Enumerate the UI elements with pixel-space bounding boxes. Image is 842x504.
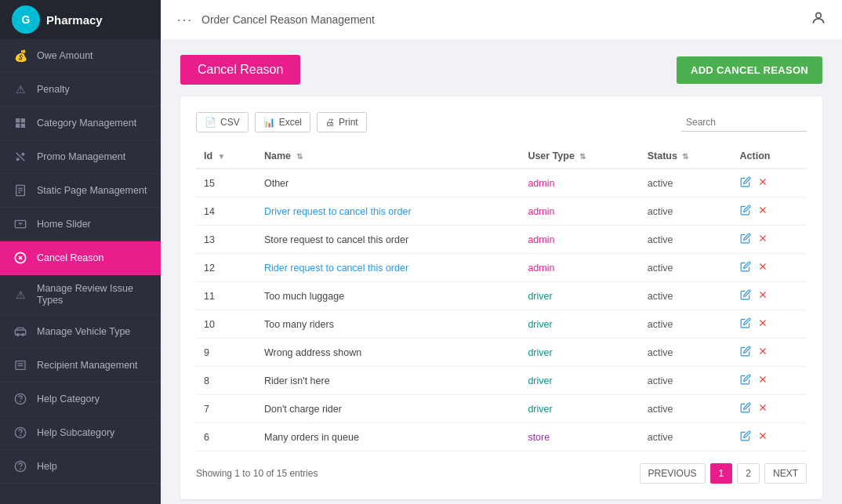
recipient-icon — [12, 357, 29, 374]
search-input[interactable] — [681, 114, 807, 132]
row-name-cell: Rider request to cancel this order — [256, 254, 520, 282]
help-icon — [12, 458, 29, 475]
row-user-type: admin — [520, 198, 639, 226]
edit-button[interactable] — [740, 317, 751, 331]
excel-icon: 📊 — [263, 117, 275, 128]
logo-icon: G — [12, 5, 40, 34]
sidebar-item-home-slider[interactable]: Home Slider — [0, 208, 161, 241]
sidebar-item-category-management[interactable]: Category Management — [0, 107, 161, 140]
topbar-menu-icon[interactable]: ⋯ — [176, 10, 192, 29]
delete-button[interactable] — [757, 205, 768, 218]
row-action-cell — [732, 423, 807, 451]
sidebar-logo: G Pharmacy — [0, 0, 161, 39]
row-name-cell: Driver request to cancel this order — [256, 198, 520, 226]
svg-point-22 — [20, 401, 21, 402]
svg-point-26 — [20, 469, 21, 470]
svg-point-5 — [21, 153, 24, 156]
delete-button[interactable] — [757, 430, 768, 444]
delete-button[interactable] — [757, 374, 768, 387]
delete-button[interactable] — [757, 233, 768, 246]
sidebar-item-help-category[interactable]: Help Category — [0, 383, 161, 416]
print-icon: 🖨 — [325, 117, 335, 128]
row-name-cell: Rider isn't here — [256, 367, 520, 395]
edit-button[interactable] — [740, 205, 751, 218]
sidebar-item-promo-management[interactable]: Promo Management — [0, 140, 161, 174]
sidebar-item-manage-review-issue-types[interactable]: ⚠ Manage Review Issue Types — [0, 275, 161, 315]
edit-button[interactable] — [740, 176, 751, 190]
row-name-link[interactable]: Rider request to cancel this order — [264, 263, 408, 274]
table-body: 15 Other admin active 14 Driver request … — [196, 169, 807, 451]
header-id[interactable]: Id ▼ — [196, 144, 256, 169]
excel-export-button[interactable]: 📊 Excel — [255, 112, 310, 132]
row-name: Too many riders — [264, 319, 334, 330]
next-page-button[interactable]: NEXT — [764, 463, 807, 484]
edit-button[interactable] — [740, 402, 751, 415]
delete-button[interactable] — [757, 346, 768, 359]
csv-export-button[interactable]: 📄 CSV — [196, 112, 249, 132]
showing-text: Showing 1 to 10 of 15 entries — [196, 468, 318, 479]
page-tab: Cancel Reason — [180, 55, 300, 85]
id-sort-icon: ▼ — [218, 152, 226, 161]
edit-button[interactable] — [740, 374, 751, 387]
sidebar-item-label: Home Slider — [37, 219, 91, 230]
table-row: 15 Other admin active — [196, 169, 807, 198]
row-status: active — [640, 339, 732, 367]
row-id: 7 — [196, 395, 256, 423]
delete-button[interactable] — [757, 317, 768, 331]
table-row: 9 Wrong address shown driver active — [196, 339, 807, 367]
row-id: 13 — [196, 226, 256, 254]
table-header: Id ▼ Name ⇅ User Type ⇅ Status ⇅ Action — [196, 144, 807, 169]
add-cancel-reason-button[interactable]: ADD CANCEL REASON — [677, 56, 822, 84]
edit-button[interactable] — [740, 430, 751, 444]
previous-page-button[interactable]: PREVIOUS — [640, 463, 706, 484]
sidebar-item-penalty[interactable]: ⚠ Penalty — [0, 73, 161, 107]
content-area: Cancel Reason ADD CANCEL REASON 📄 CSV 📊 … — [161, 39, 842, 504]
row-status: active — [640, 169, 732, 198]
sidebar-item-help-subcategory[interactable]: Help Subcategory — [0, 416, 161, 450]
delete-button[interactable] — [757, 176, 768, 190]
sidebar-item-manage-vehicle-type[interactable]: Manage Vehicle Type — [0, 315, 161, 349]
excel-label: Excel — [279, 117, 302, 128]
print-button[interactable]: 🖨 Print — [317, 112, 367, 132]
delete-button[interactable] — [757, 402, 768, 415]
edit-button[interactable] — [740, 261, 751, 274]
page-1-button[interactable]: 1 — [710, 463, 733, 484]
status-sort-icon: ⇅ — [682, 152, 688, 161]
page-2-button[interactable]: 2 — [737, 463, 760, 484]
svg-rect-1 — [21, 118, 25, 122]
sidebar-item-owe-amount[interactable]: 💰 Owe Amount — [0, 39, 161, 73]
header-name[interactable]: Name ⇅ — [256, 144, 520, 169]
logo-text: Pharmacy — [46, 13, 103, 27]
topbar-user-icon[interactable] — [811, 10, 826, 30]
page-header: Cancel Reason ADD CANCEL REASON — [180, 55, 822, 85]
row-status: active — [640, 367, 732, 395]
svg-rect-0 — [16, 118, 20, 122]
sidebar-item-help[interactable]: Help — [0, 450, 161, 484]
svg-point-4 — [16, 158, 20, 161]
row-name-link[interactable]: Driver request to cancel this order — [264, 206, 412, 217]
svg-rect-3 — [21, 124, 25, 128]
row-id: 8 — [196, 367, 256, 395]
row-name-cell: Wrong address shown — [256, 339, 520, 367]
row-user-type: driver — [520, 339, 639, 367]
edit-button[interactable] — [740, 346, 751, 359]
topbar-title: Order Cancel Reason Management — [201, 13, 375, 26]
penalty-icon: ⚠ — [12, 81, 29, 98]
header-user-type[interactable]: User Type ⇅ — [520, 144, 639, 169]
sidebar-item-label: Recipient Management — [37, 360, 138, 372]
row-status: active — [640, 423, 732, 451]
cancel-reason-table: Id ▼ Name ⇅ User Type ⇅ Status ⇅ Action … — [196, 144, 807, 451]
delete-button[interactable] — [757, 261, 768, 274]
svg-point-24 — [20, 435, 21, 436]
sidebar-item-cancel-reason[interactable]: Cancel Reason — [0, 241, 161, 275]
table-row: 13 Store request to cancel this order ad… — [196, 226, 807, 254]
edit-button[interactable] — [740, 233, 751, 246]
edit-button[interactable] — [740, 289, 751, 303]
header-status[interactable]: Status ⇅ — [640, 144, 732, 169]
delete-button[interactable] — [757, 289, 768, 303]
sidebar-item-label: Cancel Reason — [37, 252, 103, 264]
sidebar-item-static-page-management[interactable]: Static Page Management — [0, 174, 161, 208]
pagination: PREVIOUS 1 2 NEXT — [640, 463, 807, 484]
sidebar-item-recipient-management[interactable]: Recipient Management — [0, 349, 161, 383]
user-type-sort-icon: ⇅ — [579, 152, 586, 161]
